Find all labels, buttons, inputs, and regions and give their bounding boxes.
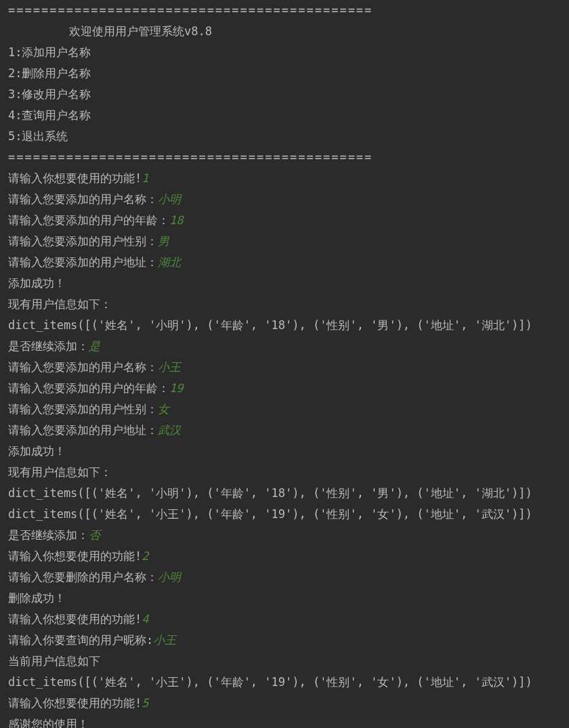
menu-item-4: 4:查询用户名称 (8, 105, 561, 126)
menu-item-5: 5:退出系统 (8, 126, 561, 147)
prompt-add-age-1: 请输入您要添加的用户的年龄：18 (8, 210, 561, 231)
prompt-text: 请输入您要删除的用户名称： (8, 570, 158, 584)
dict-output-2b: dict_items([('姓名', '小王'), ('年龄', '19'), … (8, 504, 561, 525)
prompt-continue-2: 是否继续添加：否 (8, 525, 561, 546)
prompt-text: 是否继续添加： (8, 528, 89, 542)
add-success-2: 添加成功！ (8, 441, 561, 462)
prompt-add-gender-1: 请输入您要添加的用户性别：男 (8, 231, 561, 252)
divider-top: ========================================… (8, 0, 561, 21)
prompt-text: 请输入你想要使用的功能! (8, 696, 142, 710)
dict-output-1: dict_items([('姓名', '小明'), ('年龄', '18'), … (8, 315, 561, 336)
dict-output-3: dict_items([('姓名', '小王'), ('年龄', '19'), … (8, 672, 561, 693)
prompt-text: 请输入您要添加的用户名称： (8, 360, 158, 374)
input-value: 女 (158, 402, 169, 416)
prompt-text: 请输入你想要使用的功能! (8, 612, 142, 626)
add-success-1: 添加成功！ (8, 273, 561, 294)
prompt-text: 请输入您要添加的用户的年龄： (8, 213, 169, 227)
prompt-query-name: 请输入你要查询的用户昵称:小王 (8, 630, 561, 651)
app-title: 欢迎使用用户管理系统v8.8 (8, 21, 561, 42)
prompt-func-4: 请输入你想要使用的功能!4 (8, 609, 561, 630)
input-value: 5 (142, 696, 148, 710)
prompt-add-age-2: 请输入您要添加的用户的年龄：19 (8, 378, 561, 399)
prompt-func-2: 请输入你想要使用的功能!2 (8, 546, 561, 567)
prompt-text: 请输入你要查询的用户昵称: (8, 633, 153, 647)
input-value: 是 (89, 339, 100, 353)
input-value: 否 (89, 528, 100, 542)
input-value: 2 (142, 549, 148, 563)
prompt-add-addr-2: 请输入您要添加的用户地址：武汉 (8, 420, 561, 441)
input-value: 小王 (153, 633, 176, 647)
input-value: 18 (169, 213, 183, 227)
prompt-text: 请输入您要添加的用户名称： (8, 192, 158, 206)
prompt-text: 是否继续添加： (8, 339, 89, 353)
divider-mid: ========================================… (8, 147, 561, 168)
prompt-func-5: 请输入你想要使用的功能!5 (8, 693, 561, 714)
prompt-text: 请输入你想要使用的功能! (8, 171, 142, 185)
menu-item-1: 1:添加用户名称 (8, 42, 561, 63)
prompt-text: 请输入您要添加的用户的年龄： (8, 381, 169, 395)
del-success: 删除成功！ (8, 588, 561, 609)
input-value: 19 (169, 381, 183, 395)
thanks-message: 感谢您的使用！ (8, 714, 561, 728)
menu-item-2: 2:删除用户名称 (8, 63, 561, 84)
input-value: 小王 (158, 360, 181, 374)
menu-item-3: 3:修改用户名称 (8, 84, 561, 105)
input-value: 小明 (158, 570, 181, 584)
prompt-text: 请输入您要添加的用户性别： (8, 402, 158, 416)
prompt-continue-1: 是否继续添加：是 (8, 336, 561, 357)
current-users-header-1: 现有用户信息如下： (8, 294, 561, 315)
input-value: 1 (142, 171, 148, 185)
input-value: 湖北 (158, 255, 181, 269)
prompt-add-name-2: 请输入您要添加的用户名称：小王 (8, 357, 561, 378)
prompt-add-name-1: 请输入您要添加的用户名称：小明 (8, 189, 561, 210)
prompt-text: 请输入你想要使用的功能! (8, 549, 142, 563)
query-header: 当前用户信息如下 (8, 651, 561, 672)
prompt-add-gender-2: 请输入您要添加的用户性别：女 (8, 399, 561, 420)
input-value: 4 (142, 612, 148, 626)
input-value: 小明 (158, 192, 181, 206)
current-users-header-2: 现有用户信息如下： (8, 462, 561, 483)
input-value: 武汉 (158, 423, 181, 437)
prompt-text: 请输入您要添加的用户性别： (8, 234, 158, 248)
prompt-add-addr-1: 请输入您要添加的用户地址：湖北 (8, 252, 561, 273)
prompt-text: 请输入您要添加的用户地址： (8, 423, 158, 437)
prompt-del-name: 请输入您要删除的用户名称：小明 (8, 567, 561, 588)
terminal-output: ========================================… (0, 0, 569, 728)
dict-output-2a: dict_items([('姓名', '小明'), ('年龄', '18'), … (8, 483, 561, 504)
input-value: 男 (158, 234, 169, 248)
prompt-func-1: 请输入你想要使用的功能!1 (8, 168, 561, 189)
prompt-text: 请输入您要添加的用户地址： (8, 255, 158, 269)
